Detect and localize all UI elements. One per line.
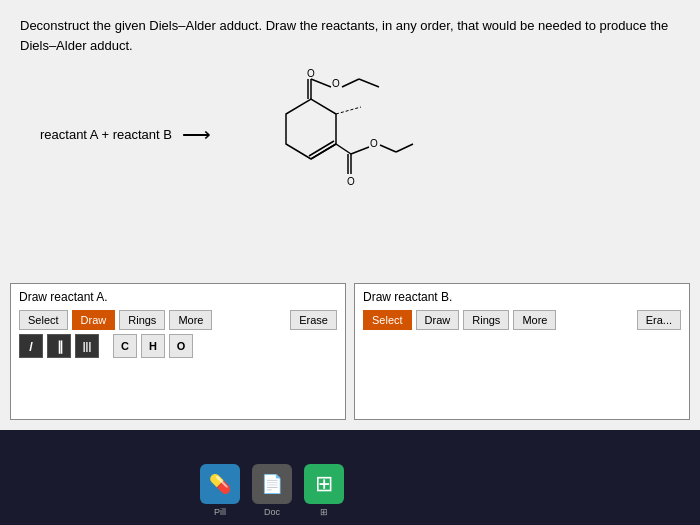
taskbar-item-grid[interactable]: ⊞ ⊞	[304, 464, 344, 517]
svg-text:O: O	[307, 69, 315, 79]
reaction-arrow: ⟶	[182, 122, 211, 146]
svg-marker-0	[286, 99, 336, 159]
svg-line-9	[359, 79, 379, 87]
triple-bond-button-a[interactable]: |||	[75, 334, 99, 358]
double-bond-button-a[interactable]: ∥	[47, 334, 71, 358]
svg-line-1	[311, 144, 336, 159]
svg-text:O: O	[347, 176, 355, 187]
main-content: Deconstruct the given Diels–Alder adduct…	[0, 0, 700, 430]
pill-icon: 💊	[200, 464, 240, 504]
more-button-a[interactable]: More	[169, 310, 212, 330]
taskbar-label-grid: ⊞	[320, 507, 328, 517]
svg-text:O: O	[370, 138, 378, 149]
panel-b-title: Draw reactant B.	[363, 290, 681, 304]
svg-line-10	[336, 144, 351, 154]
rings-button-b[interactable]: Rings	[463, 310, 509, 330]
svg-line-6	[311, 79, 331, 87]
reaction-area: reactant A + reactant B ⟶ O O	[20, 69, 680, 199]
doc-icon: 📄	[252, 464, 292, 504]
rings-button-a[interactable]: Rings	[119, 310, 165, 330]
erase-button-b[interactable]: Era...	[637, 310, 681, 330]
taskbar: 💊 Pill 📄 Doc ⊞ ⊞	[0, 430, 700, 525]
draw-button-b[interactable]: Draw	[416, 310, 460, 330]
panel-b-toolbar: Select Draw Rings More Era...	[363, 310, 681, 330]
panel-a-title: Draw reactant A.	[19, 290, 337, 304]
hydrogen-button-a[interactable]: H	[141, 334, 165, 358]
svg-text:O: O	[332, 78, 340, 89]
select-button-b[interactable]: Select	[363, 310, 412, 330]
double-bond-icon: ∥	[57, 339, 61, 354]
carbon-button-a[interactable]: C	[113, 334, 137, 358]
triple-bond-icon: |||	[83, 341, 91, 352]
panel-a-bond-toolbar: / ∥ ||| C H O	[19, 334, 337, 358]
svg-line-17	[396, 144, 413, 152]
reactant-label: reactant A + reactant B	[40, 127, 172, 142]
svg-line-16	[380, 145, 396, 152]
svg-line-8	[342, 79, 359, 87]
molecule-diagram: O O O O	[221, 69, 441, 199]
draw-button-a[interactable]: Draw	[72, 310, 116, 330]
svg-line-18	[336, 107, 361, 114]
taskbar-item-pill[interactable]: 💊 Pill	[200, 464, 240, 517]
svg-line-14	[351, 147, 369, 154]
draw-panels: Draw reactant A. Select Draw Rings More …	[10, 283, 690, 420]
draw-panel-b: Draw reactant B. Select Draw Rings More …	[354, 283, 690, 420]
single-bond-button-a[interactable]: /	[19, 334, 43, 358]
erase-button-a[interactable]: Erase	[290, 310, 337, 330]
canvas-a[interactable]	[19, 358, 337, 413]
oxygen-button-a[interactable]: O	[169, 334, 193, 358]
instructions-text: Deconstruct the given Diels–Alder adduct…	[20, 16, 680, 55]
more-button-b[interactable]: More	[513, 310, 556, 330]
taskbar-item-doc[interactable]: 📄 Doc	[252, 464, 292, 517]
canvas-b[interactable]	[363, 358, 681, 413]
draw-panel-a: Draw reactant A. Select Draw Rings More …	[10, 283, 346, 420]
taskbar-label-pill: Pill	[214, 507, 226, 517]
select-button-a[interactable]: Select	[19, 310, 68, 330]
svg-line-2	[309, 141, 334, 156]
panel-a-toolbar: Select Draw Rings More Erase	[19, 310, 337, 330]
taskbar-label-doc: Doc	[264, 507, 280, 517]
grid-icon: ⊞	[304, 464, 344, 504]
